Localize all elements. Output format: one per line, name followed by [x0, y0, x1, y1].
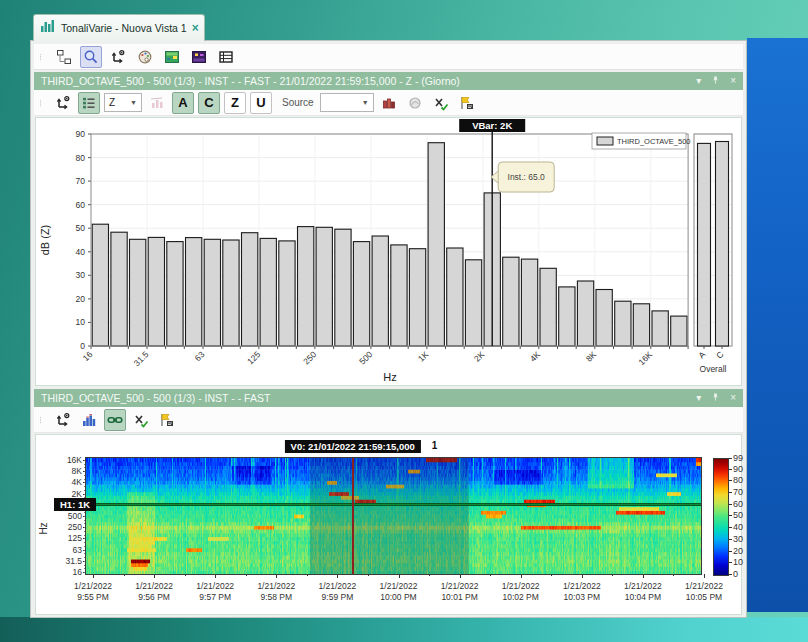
- time-tick-label: 1/21/202210:01 PM: [428, 581, 492, 602]
- color-scale-tick-label: 90: [733, 464, 743, 474]
- svg-text:40: 40: [76, 247, 86, 257]
- window-tab-title: TonaliVarie - Nuova Vista 1: [61, 22, 187, 34]
- chevron-down-icon: ▼: [130, 99, 137, 106]
- svg-text:125: 125: [245, 349, 262, 366]
- top-panel-header[interactable]: THIRD_OCTAVE_500 - 500 (1/3) - INST - - …: [34, 72, 743, 90]
- time-tick-label: 1/21/202210:03 PM: [550, 581, 614, 602]
- bottom-panel-header[interactable]: THIRD_OCTAVE_500 - 500 (1/3) - INST - - …: [34, 389, 743, 407]
- color-scale-tick-label: 40: [733, 522, 743, 532]
- palette-icon[interactable]: [134, 46, 156, 68]
- time-tick-label: 1/21/202210:02 PM: [489, 581, 553, 602]
- pan-axes-icon[interactable]: [52, 409, 74, 431]
- svg-text:63: 63: [193, 349, 207, 363]
- time-tick-label: 1/21/202210:04 PM: [611, 581, 675, 602]
- svg-text:0: 0: [80, 341, 85, 351]
- spectrogram-canvas[interactable]: [86, 458, 701, 574]
- weighting-u-button[interactable]: U: [250, 92, 272, 114]
- freq-tick-label: 63: [50, 545, 82, 555]
- spectrogram-container: V0: 21/01/2022 21:59:15,0001H1: 1K16K8K4…: [35, 434, 742, 615]
- third-octave-bar-chart[interactable]: 01020304050607080901631.5631252505001K2K…: [36, 118, 741, 385]
- x-axis-title: Hz: [383, 371, 396, 383]
- close-icon[interactable]: ×: [730, 393, 736, 403]
- color-scale-tick: [729, 562, 732, 563]
- toolbar-grip: [38, 46, 48, 68]
- h1-marker-line[interactable]: [86, 503, 701, 506]
- cursor-tooltip: Inst.: 65.0: [491, 162, 554, 192]
- window-menu-icon[interactable]: ▾: [696, 76, 701, 86]
- tab-close-icon[interactable]: ×: [192, 22, 199, 34]
- weighting-a-button[interactable]: A: [172, 92, 194, 114]
- top-panel-header-buttons: ▾×: [696, 74, 736, 89]
- spectrogram-plot-frame: [85, 457, 702, 575]
- desktop-blue-strip: [747, 38, 808, 612]
- svg-text:4K: 4K: [528, 349, 543, 364]
- time-tick-label: 1/21/202210:05 PM: [672, 581, 736, 602]
- weighting-z-button[interactable]: Z: [224, 92, 246, 114]
- v0-marker-line[interactable]: [352, 458, 354, 574]
- data-table-icon[interactable]: [215, 46, 237, 68]
- color-scale-tick: [729, 539, 732, 540]
- color-scale-tick: [729, 469, 732, 470]
- link-icon[interactable]: [104, 409, 126, 431]
- svg-text:500: 500: [357, 349, 374, 366]
- pin-icon[interactable]: [710, 391, 721, 406]
- color-scale-tick: [729, 458, 732, 459]
- color-scale-tick: [729, 492, 732, 493]
- window-tab[interactable]: TonaliVarie - Nuova Vista 1 ×: [33, 14, 205, 41]
- freq-tick-label: 16K: [50, 455, 82, 465]
- spectrogram-green-icon[interactable]: [161, 46, 183, 68]
- color-scale-tick-label: 0: [733, 569, 738, 579]
- svg-text:50: 50: [76, 223, 86, 233]
- spectrogram-purple-icon[interactable]: [188, 46, 210, 68]
- report-flag-icon[interactable]: [456, 92, 478, 114]
- weighting-c-button[interactable]: C: [198, 92, 220, 114]
- vbar-cursor-label[interactable]: VBar: 2K: [459, 119, 525, 132]
- freq-tick-label: 125: [50, 533, 82, 543]
- window-menu-icon[interactable]: ▾: [696, 393, 701, 403]
- svg-text:Inst.: 65.0: Inst.: 65.0: [508, 172, 546, 182]
- svg-text:10: 10: [76, 317, 86, 327]
- export-check-icon[interactable]: [430, 92, 452, 114]
- color-scale-tick-label: 60: [733, 499, 743, 509]
- freq-tick-label: 8K: [50, 466, 82, 476]
- color-scale-tick-label: 30: [733, 534, 743, 544]
- svg-text:80: 80: [76, 153, 86, 163]
- pin-icon[interactable]: [710, 74, 721, 89]
- pan-axes-icon[interactable]: [107, 46, 129, 68]
- bar-chart-container: 01020304050607080901631.5631252505001K2K…: [35, 117, 742, 386]
- source-combo[interactable]: ▼: [320, 93, 374, 112]
- app-logo-icon: [40, 18, 56, 38]
- export-check-icon[interactable]: [130, 409, 152, 431]
- chevron-down-icon: ▼: [362, 99, 369, 106]
- layout-icon[interactable]: [53, 46, 75, 68]
- svg-text:16K: 16K: [636, 349, 654, 367]
- time-tick: [704, 574, 705, 578]
- color-scale-tick: [729, 504, 732, 505]
- bars-red-icon[interactable]: [378, 92, 400, 114]
- color-scale-tick-label: 20: [733, 546, 743, 556]
- overlay-disabled-icon: [404, 92, 426, 114]
- freq-tick-label: 16: [50, 567, 82, 577]
- svg-text:16: 16: [81, 349, 95, 363]
- report-flag-icon[interactable]: [156, 409, 178, 431]
- pan-axes-icon[interactable]: [52, 92, 74, 114]
- legend-list-icon[interactable]: [78, 92, 100, 114]
- svg-text:70: 70: [76, 176, 86, 186]
- h1-marker-label[interactable]: H1: 1K: [54, 498, 96, 511]
- bottom-panel-toolbar: [34, 407, 743, 433]
- color-scale-tick-label: 50: [733, 510, 743, 520]
- zoom-search-icon[interactable]: [80, 46, 102, 68]
- time-tick-label: 1/21/20229:58 PM: [244, 581, 308, 602]
- chart-overlay-faded-icon: [146, 92, 168, 114]
- overall-label: Overall: [700, 364, 727, 374]
- v0-marker-label[interactable]: V0: 21/01/2022 21:59:15,000: [285, 440, 421, 453]
- time-tick-label: 1/21/202210:00 PM: [367, 581, 431, 602]
- close-icon[interactable]: ×: [730, 76, 736, 86]
- svg-text:60: 60: [76, 200, 86, 210]
- legend-label: THIRD_OCTAVE_500: [617, 137, 691, 146]
- weighting-combo[interactable]: Z▼: [104, 93, 142, 112]
- color-scale-tick: [729, 551, 732, 552]
- svg-text:8K: 8K: [584, 349, 599, 364]
- histogram-blue-icon[interactable]: [78, 409, 100, 431]
- color-scale-tick: [729, 527, 732, 528]
